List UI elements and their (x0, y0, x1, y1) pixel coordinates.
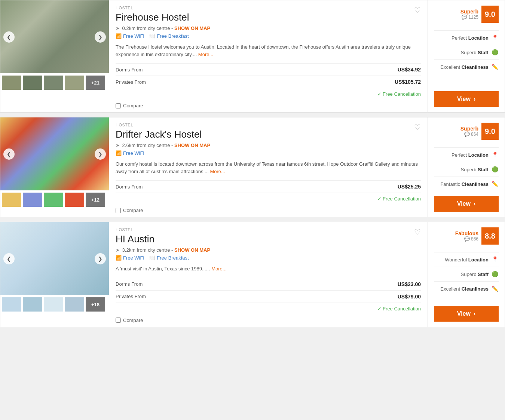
favorite-button[interactable]: ♡ (414, 123, 421, 132)
attribute-label: Perfect Location (452, 152, 489, 158)
info-section: ♡ HOSTEL HI Austin ➤ 3.2km from city cen… (109, 222, 428, 327)
thumbnail-image[interactable] (2, 297, 21, 312)
image-section: ❮ ❯ +18 (0, 222, 109, 327)
attribute-row-staff: Superb Staff 🟢 (434, 162, 499, 177)
info-section: ♡ HOSTEL Firehouse Hostel ➤ 0.2km from c… (109, 0, 428, 112)
compare-label[interactable]: Compare (116, 103, 143, 108)
compare-row: Compare (116, 315, 421, 323)
hostel-description: A 'must visit' in Austin, Texas since 19… (116, 265, 421, 273)
rating-word: Superb (460, 9, 478, 15)
rating-badge: 9.0 (481, 6, 499, 23)
next-image-button[interactable]: ❯ (95, 253, 106, 264)
main-image: ❮ ❯ (0, 0, 109, 73)
attribute-strong: Staff (478, 272, 489, 277)
attribute-row-location: Perfect Location 📍 (434, 147, 499, 162)
rating-header: Fabulous 💬 866 8.8 (434, 227, 499, 245)
rating-label-group: Superb 💬 864 (460, 126, 478, 137)
view-button[interactable]: View › (434, 91, 499, 107)
thumbnail-image[interactable] (2, 193, 21, 207)
cancellation-row: ✓ Free Cancellation (116, 303, 421, 315)
privates-label: Privates From (116, 294, 146, 299)
listing-card-2: ❮ ❯ +12 ♡ HOSTEL Drifter Jack's Hostel ➤… (0, 117, 505, 217)
thumbnail-image[interactable] (23, 297, 42, 312)
thumbnail-image[interactable] (65, 76, 84, 90)
compare-text: Compare (123, 103, 143, 108)
rating-header: Superb 💬 1125 9.0 (434, 6, 499, 23)
hostel-name: Firehouse Hostel (116, 12, 421, 23)
main-image: ❮ ❯ (0, 222, 109, 295)
thumbnail-image[interactable] (44, 76, 63, 90)
rating-reviews: 💬 864 (460, 132, 478, 137)
view-button[interactable]: View › (434, 306, 499, 322)
compare-checkbox[interactable] (116, 208, 121, 213)
free-cancellation-badge: ✓ Free Cancellation (377, 196, 421, 202)
more-description-link[interactable]: More... (198, 52, 213, 57)
next-image-button[interactable]: ❯ (95, 148, 106, 160)
hostel-description: Our comfy hostel is located downtown acr… (116, 160, 421, 175)
show-map-link[interactable]: SHOW ON MAP (174, 247, 210, 253)
wifi-icon: 📶 (116, 150, 122, 156)
rating-section: Fabulous 💬 866 8.8 Wonderful Location 📍 … (428, 222, 505, 327)
view-arrow-icon: › (474, 310, 475, 317)
more-photos-button[interactable]: +18 (86, 297, 105, 312)
attribute-row-staff: Superb Staff 🟢 (434, 45, 499, 59)
wifi-icon: 📶 (116, 33, 122, 39)
rating-reviews: 💬 866 (455, 236, 478, 242)
prev-image-button[interactable]: ❮ (3, 253, 15, 264)
breakfast-icon: 🍽️ (149, 33, 155, 39)
listing-card-3: ❮ ❯ +18 ♡ HOSTEL HI Austin ➤ 3.2km from … (0, 222, 505, 327)
attribute-strong: Staff (478, 167, 489, 172)
amenity-item: 🍽️ Free Breakfast (149, 33, 189, 39)
view-label: View (457, 96, 471, 102)
thumbnail-image[interactable] (23, 193, 42, 207)
compare-label[interactable]: Compare (116, 208, 143, 213)
thumbnails-row: +21 (0, 73, 109, 92)
wifi-icon: 📶 (116, 255, 122, 261)
view-arrow-icon: › (474, 200, 475, 207)
show-map-link[interactable]: SHOW ON MAP (174, 142, 210, 148)
dorms-label: Dorms From (116, 281, 143, 287)
prev-image-button[interactable]: ❮ (3, 148, 15, 160)
attribute-label: Superb Staff (461, 167, 489, 172)
checkmark-icon: ✓ (377, 196, 382, 202)
more-photos-button[interactable]: +21 (86, 76, 105, 90)
amenity-item: 📶 Free WiFi (116, 150, 144, 156)
thumbnails-row: +18 (0, 295, 109, 314)
thumbnail-image[interactable] (23, 76, 42, 90)
compare-checkbox[interactable] (116, 103, 121, 108)
dorms-price: US$34.92 (398, 67, 421, 73)
attribute-row-cleanliness: Excellent Cleanliness ✏️ (434, 59, 499, 74)
hostel-description: The Firehouse Hostel welcomes you to Aus… (116, 43, 421, 58)
dorms-label: Dorms From (116, 67, 143, 73)
listing-card-1: ❮ ❯ +21 ♡ HOSTEL Firehouse Hostel ➤ 0.2k… (0, 0, 505, 113)
cancellation-row: ✓ Free Cancellation (116, 88, 421, 100)
amenities-row: 📶 Free WiFi (116, 150, 421, 156)
next-image-button[interactable]: ❯ (95, 31, 106, 43)
more-photos-button[interactable]: +12 (86, 193, 105, 207)
view-button[interactable]: View › (434, 196, 499, 212)
amenity-label: Free WiFi (123, 33, 144, 39)
thumbnail-image[interactable] (44, 297, 63, 312)
attribute-label: Superb Staff (461, 50, 489, 55)
view-label: View (457, 200, 471, 207)
thumbnail-image[interactable] (65, 193, 84, 207)
amenities-row: 📶 Free WiFi 🍽️ Free Breakfast (116, 33, 421, 39)
amenity-label: Free WiFi (123, 255, 144, 261)
prev-image-button[interactable]: ❮ (3, 31, 15, 43)
more-description-link[interactable]: More... (211, 266, 226, 272)
rating-header: Superb 💬 864 9.0 (434, 123, 499, 140)
attribute-row-cleanliness: Excellent Cleanliness ✏️ (434, 281, 499, 296)
thumbnail-image[interactable] (65, 297, 84, 312)
attribute-strong: Location (468, 152, 489, 158)
favorite-button[interactable]: ♡ (414, 227, 421, 236)
compare-checkbox[interactable] (116, 318, 121, 323)
favorite-button[interactable]: ♡ (414, 6, 421, 15)
attribute-label: Superb Staff (461, 272, 489, 277)
amenities-row: 📶 Free WiFi 🍽️ Free Breakfast (116, 255, 421, 261)
thumbnail-image[interactable] (44, 193, 63, 207)
show-map-link[interactable]: SHOW ON MAP (174, 25, 210, 31)
attribute-row-staff: Superb Staff 🟢 (434, 267, 499, 281)
thumbnail-image[interactable] (2, 76, 21, 90)
compare-label[interactable]: Compare (116, 318, 143, 323)
more-description-link[interactable]: More... (210, 169, 225, 174)
